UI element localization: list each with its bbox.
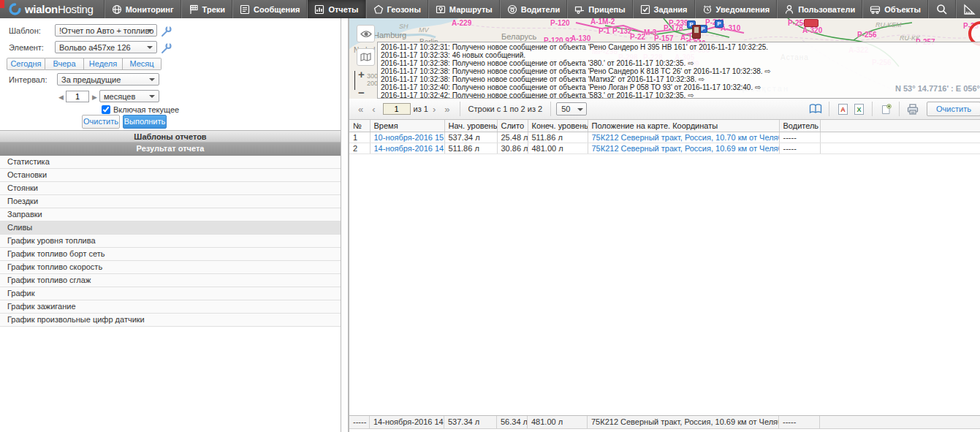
clear-report-button[interactable]: Очистить — [82, 115, 120, 129]
nav-item-label: Пользователи — [798, 5, 855, 14]
section-item[interactable]: График топливо скорость — [0, 261, 341, 274]
range-month-button[interactable]: Месяц — [123, 58, 162, 70]
include-current-checkbox[interactable] — [102, 105, 110, 114]
col-header-start-level[interactable]: Нач. уровень — [444, 120, 497, 132]
nav-item-monitoring[interactable]: Мониторинг — [105, 0, 181, 18]
page-last-button[interactable]: » — [440, 104, 454, 115]
section-item[interactable]: График топливо борт сеть — [0, 248, 341, 261]
pdf-file-icon: A — [838, 104, 848, 115]
templates-section-header[interactable]: Шаблоны отчетов — [0, 130, 341, 143]
toolbar-separator — [460, 102, 460, 116]
zoom-out-button[interactable]: − — [358, 86, 365, 99]
interval-increment-arrow[interactable]: ▶ — [92, 91, 97, 103]
section-item[interactable]: График произвольные цифр датчики — [0, 314, 341, 327]
nav-item-drivers[interactable]: Водители — [500, 0, 568, 18]
device-phone-icon[interactable] — [692, 25, 701, 39]
page-prev-button[interactable]: ‹ — [368, 104, 379, 115]
interval-decrement-arrow[interactable]: ◀ — [58, 91, 64, 103]
result-section-header[interactable]: Результат отчета — [0, 143, 341, 156]
range-today-button[interactable]: Сегодня — [7, 58, 45, 70]
report-template-button[interactable] — [808, 104, 824, 114]
interval-unit-select[interactable]: месяцев — [99, 90, 159, 102]
visibility-eye-button[interactable] — [357, 25, 375, 42]
road-label: P-256 — [857, 31, 877, 39]
cell-filler — [820, 132, 980, 143]
page-number-input[interactable] — [383, 103, 411, 115]
include-current-label: Включая текущее — [113, 105, 179, 114]
alert-marker[interactable] — [804, 19, 818, 27]
unit-marker[interactable]: P — [715, 20, 723, 28]
element-select[interactable]: Вольво а457хе 126 — [55, 41, 157, 53]
template-settings-wrench-icon[interactable] — [160, 26, 172, 37]
range-week-button[interactable]: Неделя — [84, 58, 123, 70]
section-item[interactable]: Статистика — [0, 156, 341, 169]
export-pdf-button[interactable]: A — [835, 104, 851, 115]
nav-item-jobs[interactable]: Задания — [633, 0, 695, 18]
col-header-end-level[interactable]: Конеч. уровень — [528, 120, 588, 132]
table-row: 2 14-ноября-2016 14:02 511.86 л 30.86 л … — [349, 143, 980, 154]
alarm-clock-icon — [702, 4, 713, 15]
wialon-logo[interactable]: wialonHosting — [0, 0, 105, 18]
tools-button[interactable] — [956, 0, 980, 18]
nav-item-notifications[interactable]: Уведомления — [695, 0, 778, 18]
section-item[interactable]: График зажигание — [0, 300, 341, 314]
section-item[interactable]: Остановки — [0, 169, 341, 182]
cell-location-link[interactable]: 75К212 Северный тракт, Россия, 10.69 км … — [588, 143, 779, 154]
log-line: 2016-11-17 10:32:38: Получено новое сооб… — [381, 59, 980, 67]
section-item[interactable]: График уровня топлива — [0, 235, 341, 248]
section-item[interactable]: График топливо сглаж — [0, 274, 341, 287]
search-icon — [936, 4, 948, 15]
nav-item-units[interactable]: Объекты — [862, 0, 928, 18]
print-button[interactable] — [905, 104, 921, 115]
template-select[interactable]: !Отчет по Авто + топливо ... — [55, 24, 157, 37]
element-settings-wrench-icon[interactable] — [160, 42, 172, 54]
cell-time-link[interactable]: 10-ноября-2016 15:25 — [370, 132, 444, 143]
col-header-drained[interactable]: Слито — [497, 120, 528, 132]
interval-select[interactable]: За предыдущие — [57, 73, 159, 86]
record-indicator — [0, 0, 4, 8]
nav-item-reports[interactable]: Отчеты — [307, 0, 365, 18]
nav-item-geofences[interactable]: Геозоны — [366, 0, 428, 18]
map-view[interactable]: SH MV Hamburg Berlin Nederl Беларусь Аст… — [349, 18, 980, 99]
nav-item-tracks[interactable]: Треки — [181, 0, 232, 18]
total-num: ----- — [349, 416, 370, 428]
nav-item-routes[interactable]: Маршруты — [428, 0, 500, 18]
ruler-icon — [963, 4, 976, 15]
unit-truck-icon — [870, 4, 881, 15]
nav-item-messages[interactable]: Сообщения — [232, 0, 307, 18]
col-header-driver[interactable]: Водитель — [779, 120, 820, 132]
execute-report-button[interactable]: Выполнить — [123, 115, 167, 129]
cell-drained: 30.86 л — [497, 143, 528, 154]
page-first-button[interactable]: « — [354, 104, 368, 115]
report-sections-list: Статистика Остановки Стоянки Поездки Зап… — [0, 156, 341, 327]
new-report-button[interactable] — [878, 104, 894, 115]
log-line: 2016-11-17 10:32:33: 46 новых сообщений. — [381, 51, 980, 59]
search-button[interactable] — [928, 0, 956, 18]
section-item[interactable]: Поездки — [0, 195, 341, 208]
report-book-icon — [809, 104, 822, 114]
section-item[interactable]: Стоянки — [0, 182, 341, 195]
cell-time-link[interactable]: 14-ноября-2016 14:02 — [370, 143, 444, 154]
col-header-time[interactable]: Время — [370, 120, 444, 132]
nav-item-label: Сообщения — [254, 5, 300, 14]
map-source-button[interactable] — [357, 48, 375, 66]
zoom-in-button[interactable]: + — [358, 68, 365, 80]
section-item[interactable]: Заправки — [0, 208, 341, 221]
cell-end-level: 481.00 л — [528, 143, 588, 154]
log-line: 2016-11-17 10:32:40: Получено новое сооб… — [381, 83, 980, 91]
col-header-num[interactable]: № — [349, 120, 370, 132]
col-header-location[interactable]: Положение на карте. Координаты — [588, 120, 779, 132]
page-next-button[interactable]: › — [428, 104, 440, 115]
map-label-sh: SH — [399, 23, 409, 30]
clear-result-button[interactable]: Очистить — [927, 102, 980, 116]
range-yesterday-button[interactable]: Вчера — [45, 58, 84, 70]
interval-count-input[interactable] — [66, 91, 89, 102]
section-item-selected[interactable]: Сливы — [0, 221, 341, 235]
nav-item-label: Водители — [521, 5, 561, 14]
export-excel-button[interactable]: X — [851, 104, 867, 115]
section-item[interactable]: График — [0, 287, 341, 300]
cell-location-link[interactable]: 75К212 Северный тракт, Россия, 10.70 км … — [588, 132, 779, 143]
page-size-select[interactable]: 50 — [556, 102, 587, 115]
nav-item-users[interactable]: Пользователи — [777, 0, 862, 18]
nav-item-trailers[interactable]: Прицепы — [567, 0, 632, 18]
